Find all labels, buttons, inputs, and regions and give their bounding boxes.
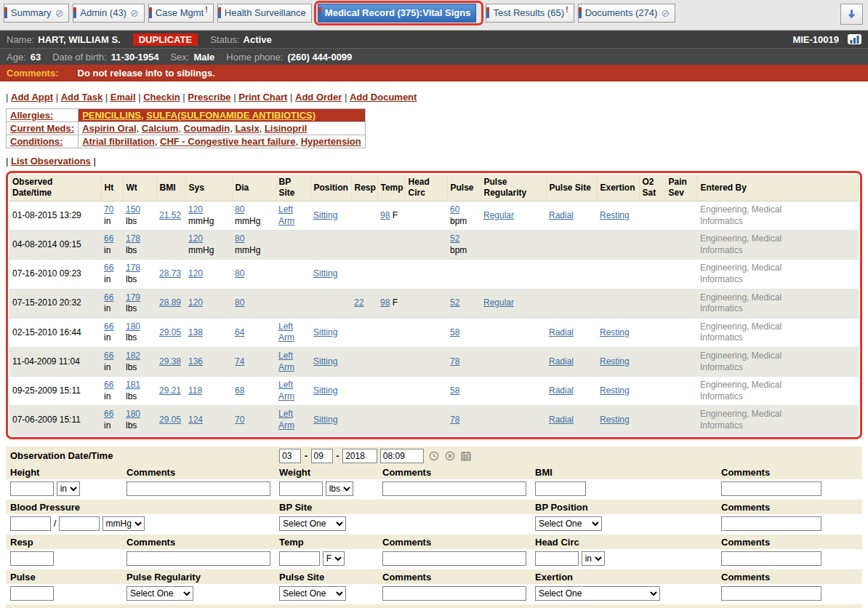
ht-value-link[interactable]: 66 <box>104 292 113 303</box>
wt-value-link[interactable]: 180 <box>126 409 140 419</box>
exertion-select[interactable]: Select One <box>535 586 660 601</box>
meds-item-link[interactable]: Coumadin <box>184 123 230 134</box>
bmi-value-link[interactable]: 28.89 <box>159 297 181 308</box>
pulse-regularity-value-link[interactable]: Regular <box>483 297 514 308</box>
exertion-value-link[interactable]: Resting <box>600 210 630 220</box>
resp-comments-input[interactable] <box>126 551 270 566</box>
dia-value-link[interactable]: 70 <box>235 415 244 425</box>
dia-value-link[interactable]: 80 <box>235 268 244 279</box>
pulse-site-value-link[interactable]: Radial <box>549 415 574 425</box>
action-link-checkin[interactable]: Checkin <box>143 92 180 103</box>
action-link-email[interactable]: Email <box>110 92 136 103</box>
wt-value-link[interactable]: 178 <box>126 233 140 244</box>
bp-site-value-link[interactable]: Left Arm <box>278 321 294 343</box>
weight-unit-select[interactable]: lbs <box>326 481 353 496</box>
sys-value-link[interactable]: 120 <box>188 268 203 279</box>
dia-value-link[interactable]: 80 <box>235 233 244 244</box>
pulse-comments-input[interactable] <box>382 586 526 601</box>
action-link-add-document[interactable]: Add Document <box>350 92 417 103</box>
pulse-value-link[interactable]: 52 <box>450 233 459 244</box>
sys-value-link[interactable]: 136 <box>188 356 203 367</box>
bp-site-select[interactable]: Select One <box>279 516 346 531</box>
position-value-link[interactable]: Sitting <box>313 268 337 279</box>
exertion-value-link[interactable]: Resting <box>600 327 630 337</box>
wt-value-link[interactable]: 179 <box>126 292 140 303</box>
bp-site-value-link[interactable]: Left Arm <box>278 409 294 431</box>
sys-value-link[interactable]: 120 <box>188 297 203 308</box>
bmi-input[interactable] <box>535 481 586 496</box>
ht-value-link[interactable]: 66 <box>104 409 113 419</box>
bp-unit-select[interactable]: mmHg <box>103 516 145 531</box>
wt-value-link[interactable]: 150 <box>126 204 140 215</box>
wt-value-link[interactable]: 178 <box>126 263 140 273</box>
list-observations-link[interactable]: List Observations <box>11 156 91 167</box>
sys-value-link[interactable]: 120 <box>188 233 203 244</box>
wt-value-link[interactable]: 182 <box>126 351 140 361</box>
obs-year-input[interactable] <box>342 449 377 463</box>
pin-icon[interactable]: ⊘ <box>661 8 670 18</box>
diastolic-input[interactable] <box>59 516 100 531</box>
action-link-add-order[interactable]: Add Order <box>295 92 342 103</box>
ht-value-link[interactable]: 66 <box>104 380 113 390</box>
exertion-value-link[interactable]: Resting <box>600 415 630 425</box>
conditions-item-link[interactable]: CHF - Congestive heart failure <box>160 136 295 147</box>
dia-value-link[interactable]: 80 <box>235 297 244 308</box>
action-link-add-task[interactable]: Add Task <box>61 92 103 103</box>
pulse-value-link[interactable]: 58 <box>450 385 459 396</box>
ht-value-link[interactable]: 66 <box>104 351 113 361</box>
sys-value-link[interactable]: 124 <box>188 415 203 425</box>
meds-item-link[interactable]: Lisinopril <box>265 123 308 134</box>
pulse-site-value-link[interactable]: Radial <box>549 385 574 396</box>
position-value-link[interactable]: Sitting <box>313 385 337 396</box>
conditions-label-link[interactable]: Conditions: <box>10 136 63 147</box>
height-input[interactable] <box>10 481 54 496</box>
temp-input[interactable] <box>279 551 320 566</box>
allergies-label-link[interactable]: Allergies: <box>10 110 53 121</box>
bmi-value-link[interactable]: 29.21 <box>159 385 181 396</box>
obs-time-input[interactable] <box>380 449 424 463</box>
dia-value-link[interactable]: 74 <box>235 356 244 367</box>
bp-position-select[interactable]: Select One <box>535 516 602 531</box>
position-value-link[interactable]: Sitting <box>313 210 337 220</box>
pulse-regularity-select[interactable]: Select One <box>126 586 193 601</box>
tab-test-results-65[interactable]: Test Results (65)! <box>486 4 574 23</box>
bmi-value-link[interactable]: 29.38 <box>159 356 181 367</box>
pulse-site-value-link[interactable]: Radial <box>549 210 574 220</box>
chart-icon[interactable] <box>848 34 861 44</box>
pulse-value-link[interactable]: 78 <box>450 356 459 367</box>
bp-comments-input[interactable] <box>721 516 821 531</box>
tab-admin-43[interactable]: Admin (43)⊘ <box>73 4 144 23</box>
temp-comments-input[interactable] <box>382 551 526 566</box>
obs-month-input[interactable] <box>279 449 301 463</box>
wt-value-link[interactable]: 181 <box>126 380 140 390</box>
resp-input[interactable] <box>10 551 54 566</box>
conditions-item-link[interactable]: Hypertension <box>301 136 361 147</box>
pulse-value-link[interactable]: 52 <box>450 297 459 308</box>
weight-comments-input[interactable] <box>382 481 526 496</box>
ht-value-link[interactable]: 66 <box>104 233 113 244</box>
sys-value-link[interactable]: 118 <box>188 385 202 396</box>
sys-value-link[interactable]: 138 <box>188 327 203 337</box>
tab-health-surveillance[interactable]: Health Surveillance <box>217 4 312 23</box>
meds-item-link[interactable]: Calcium <box>142 123 179 134</box>
pulse-value-link[interactable]: 78 <box>450 415 459 425</box>
exertion-comments-input[interactable] <box>721 586 821 601</box>
pulse-value-link[interactable]: 60 <box>450 204 459 215</box>
action-link-prescribe[interactable]: Prescribe <box>188 92 230 103</box>
bmi-comments-input[interactable] <box>721 481 821 496</box>
ht-value-link[interactable]: 66 <box>104 321 113 332</box>
height-comments-input[interactable] <box>126 481 270 496</box>
meds-item-link[interactable]: Aspirin Oral <box>82 123 136 134</box>
systolic-input[interactable] <box>10 516 51 531</box>
exertion-value-link[interactable]: Resting <box>600 356 630 367</box>
meds-item-link[interactable]: Lasix <box>235 123 259 134</box>
head-circ-comments-input[interactable] <box>721 551 821 566</box>
pin-icon[interactable]: ⊘ <box>130 8 139 18</box>
bp-site-value-link[interactable]: Left Arm <box>278 380 294 401</box>
action-link-print-chart[interactable]: Print Chart <box>238 92 287 103</box>
pin-icon[interactable]: ⊘ <box>55 8 64 18</box>
wt-value-link[interactable]: 180 <box>126 321 140 332</box>
dia-value-link[interactable]: 80 <box>235 204 244 215</box>
dia-value-link[interactable]: 68 <box>235 385 244 396</box>
bmi-value-link[interactable]: 29.05 <box>159 415 181 425</box>
